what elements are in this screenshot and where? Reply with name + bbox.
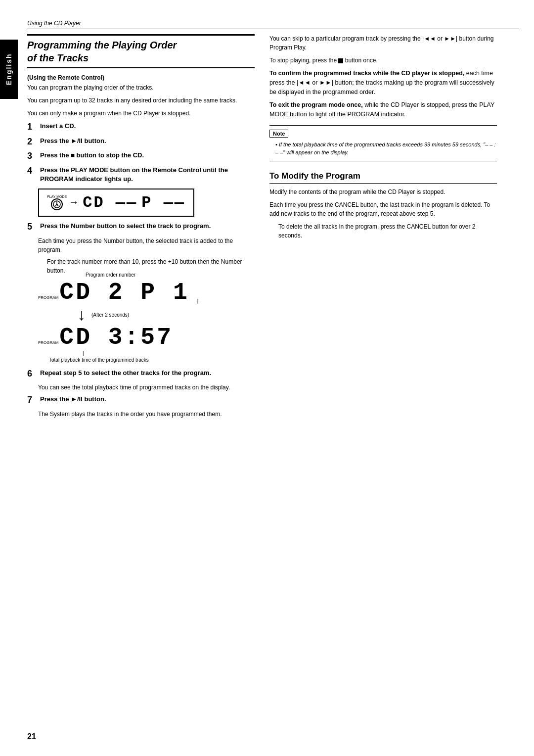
step-3-number: 3 xyxy=(27,151,38,162)
modify-intro: Modify the contents of the program while… xyxy=(269,188,497,196)
note-box: Note If the total playback time of the p… xyxy=(269,125,497,161)
modify-section: To Modify the Program Modify the content… xyxy=(269,171,497,240)
play-mode-icon: PLAY MODE xyxy=(47,195,67,210)
display-cd2p1: CD 2 P 1 xyxy=(59,279,189,306)
step-3: 3 Press the ■ button to stop the CD. xyxy=(27,151,255,162)
total-playback-label: Total playback time of the programmed tr… xyxy=(49,357,255,363)
step-4: 4 Press the PLAY MODE button on the Remo… xyxy=(27,166,255,184)
display-cd357: CD 3:57 xyxy=(59,324,173,351)
down-arrow-icon: ↓ xyxy=(78,306,86,324)
large-display: Program order number PROGRAM CD 2 P 1 | … xyxy=(38,279,255,363)
step-2-number: 2 xyxy=(27,137,38,147)
step-6-sub: You can see the total playback time of p… xyxy=(38,383,255,392)
right-column: You can skip to a particular program tra… xyxy=(269,34,497,422)
step-4-number: 4 xyxy=(27,166,38,177)
page-number: 21 xyxy=(27,732,36,741)
display-box-step4: PLAY MODE → CD —— xyxy=(38,189,194,217)
two-column-layout: Programming the Playing Order of the Tra… xyxy=(27,34,519,422)
intro-para-3: You can only make a program when the CD … xyxy=(27,109,255,118)
step-6: 6 Repeat step 5 to select the other trac… xyxy=(27,369,255,379)
step-7: 7 Press the ►/II button. xyxy=(27,395,255,406)
modify-instruction2: To delete the all tracks in the program,… xyxy=(278,222,497,240)
section-header: Using the CD Player xyxy=(27,20,519,29)
display-cd-text: CD —— xyxy=(83,193,137,212)
step-5-text: Press the Number button to select the tr… xyxy=(40,222,211,231)
page: English Using the CD Player Programming … xyxy=(0,0,534,756)
program-small-label-2: PROGRAM xyxy=(38,340,58,345)
main-title: Programming the Playing Order of the Tra… xyxy=(27,34,255,68)
title-line1: Programming the Playing Order xyxy=(27,40,177,50)
stop-text: To stop playing, press the button once. xyxy=(269,56,497,65)
step-1: 1 Insert a CD. xyxy=(27,122,255,133)
note-icon: Note xyxy=(269,130,288,138)
step-7-number: 7 xyxy=(27,395,38,406)
after-seconds-label: (After 2 seconds) xyxy=(91,312,129,318)
step-3-text: Press the ■ button to stop the CD. xyxy=(40,151,144,160)
left-column: Programming the Playing Order of the Tra… xyxy=(27,34,255,422)
note-text: If the total playback time of the progra… xyxy=(269,141,497,157)
step-6-text: Repeat step 5 to select the other tracks… xyxy=(40,369,211,378)
step4-display: PLAY MODE → CD —— xyxy=(38,189,255,217)
sub-heading: (Using the Remote Control) xyxy=(27,74,255,81)
step-4-text: Press the PLAY MODE button on the Remote… xyxy=(40,166,255,184)
exit-bold: To exit the program mode once, xyxy=(269,101,363,108)
step-5-indent: For the track number more than 10, press… xyxy=(47,257,255,275)
step-5: 5 Press the Number button to select the … xyxy=(27,222,255,233)
program-small-label-1: PROGRAM xyxy=(38,295,58,300)
title-line2: of the Tracks xyxy=(27,52,89,63)
step-5-sub: Each time you press the Number button, t… xyxy=(38,236,255,254)
vertical-bar-bottom: | xyxy=(83,351,84,356)
program-order-label: Program order number xyxy=(86,272,135,278)
intro-para-2: You can program up to 32 tracks in any d… xyxy=(27,96,255,105)
svg-line-3 xyxy=(55,204,57,206)
exit-instruction: To exit the program mode once, while the… xyxy=(269,100,497,119)
step-6-number: 6 xyxy=(27,369,38,379)
note-bullet: If the total playback time of the progra… xyxy=(275,142,496,156)
display-p-text: P —— xyxy=(141,193,185,212)
step-1-text: Insert a CD. xyxy=(40,122,76,131)
confirm-instruction: To confirm the programmed tracks while t… xyxy=(269,69,497,96)
step-2-text: Press the ►/II button. xyxy=(40,137,106,145)
vertical-bar-top: | xyxy=(197,298,199,304)
arrow-icon: → xyxy=(71,197,79,208)
note-title-row: Note xyxy=(269,130,497,138)
step-5-number: 5 xyxy=(27,222,38,233)
step-2: 2 Press the ►/II button. xyxy=(27,137,255,147)
sub-heading-text: (Using the Remote Control) xyxy=(27,74,104,81)
section-title: Using the CD Player xyxy=(27,20,81,27)
language-tab: English xyxy=(0,40,18,99)
modify-instruction1: Each time you press the CANCEL button, t… xyxy=(269,200,497,218)
svg-line-2 xyxy=(57,204,58,206)
stop-icon xyxy=(338,58,343,63)
language-label: English xyxy=(5,53,13,86)
modify-title: To Modify the Program xyxy=(269,171,497,184)
step-7-text: Press the ►/II button. xyxy=(40,395,106,404)
skip-text: You can skip to a particular program tra… xyxy=(269,34,497,52)
intro-para-1: You can program the playing order of the… xyxy=(27,83,255,92)
step-7-sub: The System plays the tracks in the order… xyxy=(38,410,255,419)
play-mode-circle xyxy=(51,198,63,210)
confirm-bold: To confirm the programmed tracks while t… xyxy=(269,70,464,77)
step-1-number: 1 xyxy=(27,122,38,133)
